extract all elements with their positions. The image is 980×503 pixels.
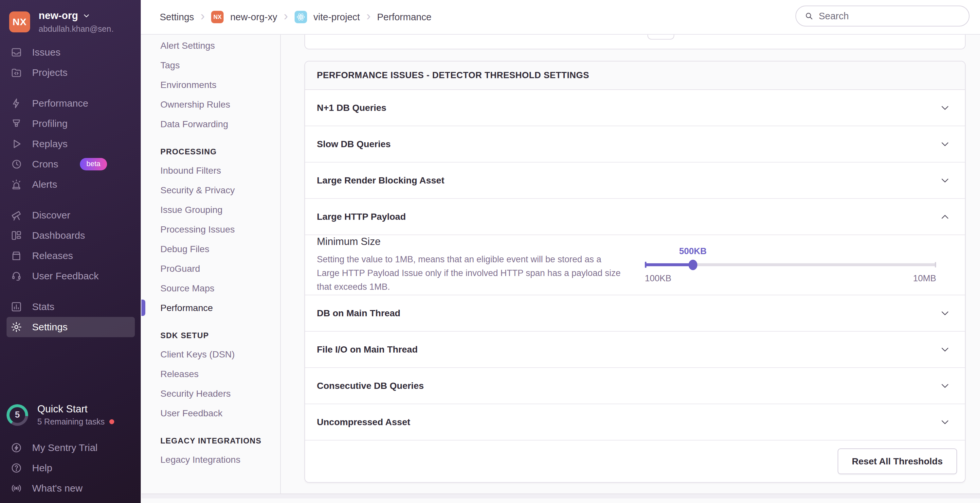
breadcrumb-settings[interactable]: Settings (160, 12, 194, 22)
settings-nav-alert-settings[interactable]: Alert Settings (161, 36, 280, 56)
slider-handle[interactable] (688, 260, 697, 270)
slider-value-label: 500KB (679, 246, 707, 256)
settings-nav-header-legacy: LEGACY INTEGRATIONS (161, 432, 280, 450)
settings-nav-releases[interactable]: Releases (161, 364, 280, 384)
accordion-row-file-io-on-main-thread[interactable]: File I/O on Main Thread (305, 332, 965, 368)
sidebar-item-label: Help (32, 462, 52, 474)
slider-left-cap (645, 262, 646, 268)
sidebar-item-my-sentry-trial[interactable]: My Sentry Trial (0, 438, 141, 458)
sidebar-item-label: Performance (32, 98, 88, 109)
slider-right-cap (935, 262, 936, 268)
search-icon (805, 11, 813, 21)
sidebar-item-replays[interactable]: Replays (0, 134, 141, 154)
settings-nav-proguard[interactable]: ProGuard (161, 259, 280, 279)
sidebar-item-label: Settings (32, 322, 67, 333)
sidebar-footer: My Sentry Trial Help What's new (0, 438, 141, 498)
search-input[interactable] (819, 11, 960, 22)
large-http-payload-detail: Minimum Size Setting the value to 1MB, m… (305, 235, 965, 295)
settings-nav-client-keys[interactable]: Client Keys (DSN) (161, 345, 280, 364)
issues-icon (11, 46, 22, 58)
profiling-icon (11, 118, 22, 130)
settings-nav-security-privacy[interactable]: Security & Privacy (161, 181, 280, 200)
accordion-row-n1-db-queries[interactable]: N+1 DB Queries (305, 90, 965, 126)
sidebar-item-stats[interactable]: Stats (0, 297, 141, 317)
settings-nav: Alert Settings Tags Environments Ownersh… (142, 35, 281, 498)
breadcrumb: Settings › NX new-org-xy › vite-project … (160, 0, 431, 34)
setting-label: Minimum Size (317, 236, 625, 248)
settings-nav-tags[interactable]: Tags (161, 56, 280, 75)
settings-nav-environments[interactable]: Environments (161, 75, 280, 95)
row-title: File I/O on Main Thread (317, 344, 418, 355)
settings-nav-ownership-rules[interactable]: Ownership Rules (161, 95, 280, 114)
sidebar-item-performance[interactable]: Performance (0, 93, 141, 113)
accordion-row-db-on-main-thread[interactable]: DB on Main Thread (305, 295, 965, 332)
sidebar-item-settings[interactable]: Settings (6, 317, 135, 337)
sidebar-item-help[interactable]: Help (0, 458, 141, 478)
accordion-row-consecutive-db-queries[interactable]: Consecutive DB Queries (305, 368, 965, 404)
breadcrumb-separator: › (200, 9, 205, 23)
chevron-down-icon[interactable] (939, 344, 951, 355)
next-section-edge (142, 493, 980, 498)
remaining-count: 5 (6, 404, 28, 426)
chevron-down-icon[interactable] (939, 417, 951, 428)
accordion-row-slow-db-queries[interactable]: Slow DB Queries (305, 126, 965, 163)
quick-start-widget[interactable]: 5 Quick Start 5 Remaining tasks (6, 403, 114, 427)
sidebar-item-discover[interactable]: Discover (0, 205, 141, 225)
detector-thresholds-panel: PERFORMANCE ISSUES - DETECTOR THRESHOLD … (304, 61, 966, 483)
chevron-down-icon[interactable] (939, 139, 951, 150)
sidebar-item-label: Projects (32, 67, 67, 78)
sidebar-item-profiling[interactable]: Profiling (0, 113, 141, 134)
row-title: Large Render Blocking Asset (317, 175, 444, 186)
breadcrumb-project[interactable]: vite-project (313, 12, 360, 22)
row-title: DB on Main Thread (317, 308, 400, 319)
sidebar-item-label: Replays (32, 138, 67, 149)
settings-nav-security-headers[interactable]: Security Headers (161, 384, 280, 403)
settings-nav-user-feedback[interactable]: User Feedback (161, 403, 280, 423)
settings-nav-source-maps[interactable]: Source Maps (161, 279, 280, 298)
sidebar-item-user-feedback[interactable]: User Feedback (0, 266, 141, 286)
settings-nav-issue-grouping[interactable]: Issue Grouping (161, 200, 280, 220)
panel-title: PERFORMANCE ISSUES - DETECTOR THRESHOLD … (305, 62, 965, 90)
org-name: new-org (39, 10, 78, 22)
settings-nav-data-forwarding[interactable]: Data Forwarding (161, 114, 280, 134)
accordion-row-large-render-blocking-asset[interactable]: Large Render Blocking Asset (305, 163, 965, 199)
breadcrumb-org[interactable]: new-org-xy (230, 12, 277, 22)
row-title: N+1 DB Queries (317, 103, 386, 113)
accordion-row-uncompressed-asset[interactable]: Uncompressed Asset (305, 404, 965, 441)
settings-nav-debug-files[interactable]: Debug Files (161, 240, 280, 259)
previous-panel-edge (304, 35, 966, 49)
chevron-up-icon[interactable] (939, 211, 951, 222)
settings-nav-performance[interactable]: Performance (161, 298, 280, 318)
sidebar-item-label: What's new (32, 483, 83, 494)
sidebar-item-projects[interactable]: Projects (0, 62, 141, 83)
projects-icon (11, 67, 22, 78)
reset-all-thresholds-button[interactable]: Reset All Thresholds (838, 448, 957, 474)
sidebar-item-releases[interactable]: Releases (0, 246, 141, 266)
chevron-down-icon[interactable] (939, 308, 951, 319)
settings-nav-legacy-integrations[interactable]: Legacy Integrations (161, 450, 280, 470)
sidebar-item-issues[interactable]: Issues (0, 42, 141, 62)
collapsed-button-edge[interactable] (648, 34, 674, 40)
accordion-row-large-http-payload[interactable]: Large HTTP Payload (305, 199, 965, 235)
row-title: Uncompressed Asset (317, 417, 410, 427)
sidebar-item-label: My Sentry Trial (32, 442, 97, 453)
org-switcher[interactable]: NX new-org abdullah.khan@sen… (9, 10, 114, 34)
settings-nav-inbound-filters[interactable]: Inbound Filters (161, 161, 280, 181)
beta-badge: beta (80, 158, 107, 170)
react-project-icon (294, 11, 307, 23)
breadcrumb-separator: › (284, 9, 288, 23)
sidebar-item-alerts[interactable]: Alerts (0, 174, 141, 195)
slider-track[interactable] (645, 263, 936, 266)
primary-sidebar: NX new-org abdullah.khan@sen… Issues Pro… (0, 0, 141, 503)
settings-nav-processing-issues[interactable]: Processing Issues (161, 220, 280, 240)
primary-nav: Issues Projects Performance Profiling Re… (0, 42, 141, 337)
chevron-down-icon[interactable] (939, 102, 951, 113)
chevron-down-icon[interactable] (939, 380, 951, 392)
sidebar-item-whats-new[interactable]: What's new (0, 478, 141, 498)
chevron-down-icon[interactable] (939, 175, 951, 186)
sidebar-item-label: Discover (32, 209, 70, 221)
content-area: Alert Settings Tags Environments Ownersh… (142, 35, 980, 498)
sidebar-item-crons[interactable]: Crons beta (0, 154, 141, 174)
sidebar-item-dashboards[interactable]: Dashboards (0, 225, 141, 246)
search-box[interactable] (795, 6, 969, 27)
